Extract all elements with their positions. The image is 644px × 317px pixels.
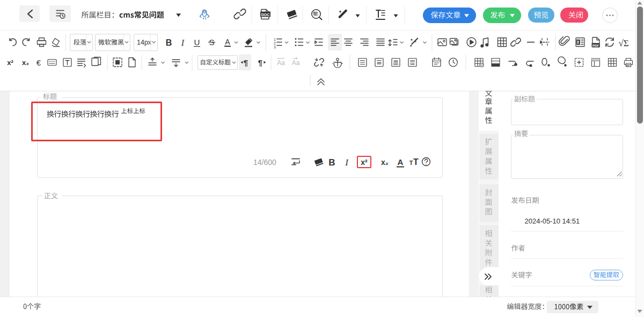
svg-text:B: B: [328, 157, 335, 168]
svg-text:x₂: x₂: [22, 59, 29, 67]
svg-text:¶: ¶: [258, 58, 262, 67]
svg-text:Aa: Aa: [292, 59, 300, 67]
svg-text:€: €: [36, 58, 41, 67]
svg-text:DOC: DOC: [261, 13, 270, 17]
svg-text:A: A: [398, 157, 404, 167]
svg-text:3: 3: [274, 45, 276, 49]
svg-text:I: I: [181, 38, 185, 47]
svg-text:A: A: [225, 38, 230, 46]
svg-text:PDF: PDF: [592, 44, 599, 47]
svg-text:√Σ: √Σ: [618, 38, 628, 48]
svg-text:2: 2: [274, 41, 276, 45]
svg-text:I: I: [345, 157, 349, 168]
svg-text:x²: x²: [361, 158, 368, 167]
svg-text:T: T: [409, 160, 413, 166]
svg-text:T: T: [413, 157, 419, 167]
svg-text:¶: ¶: [244, 58, 248, 67]
svg-text:1: 1: [274, 38, 276, 41]
svg-text:B: B: [166, 38, 172, 47]
svg-text:U: U: [194, 38, 200, 47]
svg-text:Aa: Aa: [277, 59, 285, 67]
svg-text:x₂: x₂: [381, 158, 389, 167]
svg-text:x²: x²: [7, 59, 13, 67]
